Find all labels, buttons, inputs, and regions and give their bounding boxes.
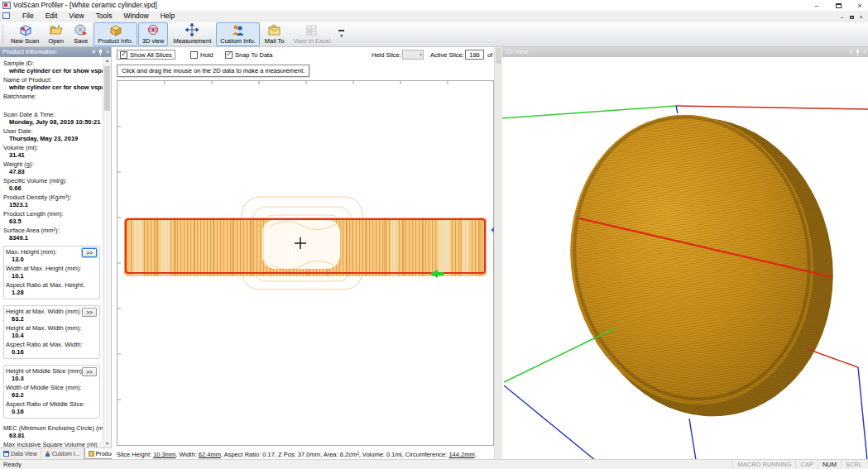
envelope-icon bbox=[266, 23, 282, 37]
panel-title: Product Information bbox=[2, 48, 56, 55]
menu-tools[interactable]: Tools bbox=[90, 11, 118, 22]
expand-button[interactable]: >> bbox=[82, 367, 97, 376]
box-icon bbox=[89, 451, 94, 457]
cube-scan-icon bbox=[17, 23, 33, 37]
panel-close-icon[interactable]: × bbox=[106, 47, 109, 57]
2d-controls: ✓ Show All Slices Hold ✓ Snap To Data He… bbox=[112, 47, 494, 62]
3d-view-button[interactable]: 3D view bbox=[138, 22, 169, 46]
field-mec: MEC (Minimum Enclosing Circle) (mm) :63.… bbox=[3, 424, 102, 440]
indicator-num: NUM bbox=[818, 460, 841, 469]
held-slice-combo[interactable] bbox=[402, 50, 424, 60]
menu-file[interactable]: File bbox=[17, 11, 40, 22]
menu-view[interactable]: View bbox=[63, 11, 89, 22]
field-product-density: Product Density (Kg/m³):1523.1 bbox=[3, 194, 102, 209]
scroll-up-icon[interactable]: ▲ bbox=[103, 57, 111, 65]
window-title: VolScan Profiler - [White ceramic cylind… bbox=[13, 0, 157, 11]
scroll-down-icon[interactable]: ▼ bbox=[103, 440, 111, 447]
left-panel-tabs: Data View Custom I... Product I... bbox=[0, 447, 111, 459]
product-info-button[interactable]: Product Info. bbox=[94, 22, 137, 46]
person-icon bbox=[45, 451, 50, 457]
panel-splitter[interactable] bbox=[494, 47, 502, 459]
slice-band bbox=[124, 197, 487, 290]
expand-button[interactable]: >> bbox=[82, 308, 97, 317]
ceramic-disc bbox=[549, 97, 854, 434]
max-width-group: >> Height at Max. Width (mm):63.2 Height… bbox=[3, 305, 100, 359]
2d-view-panel: ✓ Show All Slices Hold ✓ Snap To Data He… bbox=[112, 47, 494, 459]
scrollbar-thumb[interactable] bbox=[104, 66, 110, 111]
panel-title: 3D View bbox=[505, 48, 528, 55]
table-icon bbox=[3, 451, 9, 457]
people-icon bbox=[230, 23, 246, 37]
checkbox-checked-icon: ✓ bbox=[225, 51, 233, 59]
menu-bar: File Edit View Tools Window Help – × bbox=[0, 11, 868, 22]
save-button[interactable]: Save bbox=[69, 22, 93, 46]
custom-info-button[interactable]: Custom Info. bbox=[216, 22, 260, 46]
volscan-profiler-window: VolScan Profiler - [White ceramic cylind… bbox=[0, 0, 868, 469]
field-max-inclusive-square: Max Inclusive Square Volume (ml) :19.75 bbox=[3, 441, 102, 447]
field-volume: Volume (ml):31.41 bbox=[3, 144, 102, 160]
field-weight: Weight (g):47.83 bbox=[3, 160, 102, 176]
circumference-value[interactable]: 144.2mm bbox=[448, 451, 474, 458]
2d-slices-canvas[interactable] bbox=[117, 81, 493, 445]
indicator-macro-running: MACRO RUNNING bbox=[732, 460, 795, 469]
field-surface-area: Surface Area (mm²):8349.1 bbox=[3, 227, 102, 242]
panel-chevron-down-icon[interactable]: ▾ bbox=[92, 47, 95, 57]
measurement-button[interactable]: Measurement bbox=[169, 22, 215, 46]
product-box-icon bbox=[108, 23, 123, 37]
field-name-of-product: Name of Product:white cylinder cer for s… bbox=[3, 76, 102, 92]
expand-button[interactable]: >> bbox=[82, 248, 97, 257]
3d-panel-header: 3D View ▾ × bbox=[502, 47, 868, 57]
show-all-slices-checkbox[interactable]: ✓ Show All Slices bbox=[117, 50, 175, 60]
view-in-excel-button: X View In Excel bbox=[289, 22, 334, 46]
app-icon bbox=[2, 2, 11, 9]
field-user-date: User Date:Thursday, May 23, 2019 bbox=[3, 127, 102, 143]
slice-width-value[interactable]: 62.4mm bbox=[199, 451, 221, 458]
product-information-panel: Product Information ▾ × Sample ID:white … bbox=[0, 47, 112, 459]
held-slice-label: Held Slice: bbox=[372, 51, 401, 59]
field-scan-date: Scan Date & Time:Monday, July 08, 2019 1… bbox=[3, 111, 102, 127]
svg-text:X: X bbox=[308, 29, 312, 35]
slice-status-line: Slice Height: 10.3mm, Width: 62.4mm, Asp… bbox=[117, 451, 477, 458]
middle-slice-group: >> Height of Middle Slice (mm):10.3 Widt… bbox=[3, 365, 100, 419]
menu-help[interactable]: Help bbox=[155, 11, 180, 22]
indicator-scrl: SCRL bbox=[841, 460, 866, 469]
title-bar: VolScan Profiler - [White ceramic cylind… bbox=[0, 0, 868, 11]
checkbox-unchecked-icon bbox=[190, 51, 198, 59]
open-button[interactable]: Open bbox=[44, 22, 68, 46]
slice-height-value[interactable]: 10.3mm bbox=[153, 451, 175, 458]
field-specific-volume: Specific Volume (ml/g):0.66 bbox=[3, 177, 102, 193]
panel-close-icon[interactable]: × bbox=[863, 47, 866, 57]
product-panel-header: Product Information ▾ × bbox=[0, 47, 111, 57]
tab-custom-info[interactable]: Custom I... bbox=[41, 448, 84, 459]
menu-window[interactable]: Window bbox=[117, 11, 154, 22]
new-scan-button[interactable]: New Scan bbox=[7, 22, 43, 46]
mail-to-button[interactable]: Mail To bbox=[261, 22, 289, 46]
snap-to-data-checkbox[interactable]: ✓ Snap To Data bbox=[223, 50, 275, 60]
document-icon[interactable] bbox=[2, 12, 10, 19]
status-ready: Ready bbox=[3, 460, 22, 469]
main-area: Product Information ▾ × Sample ID:white … bbox=[0, 47, 868, 459]
checkbox-checked-icon: ✓ bbox=[120, 51, 127, 59]
3d-render-canvas[interactable] bbox=[502, 57, 868, 459]
panel-pin-icon[interactable] bbox=[98, 50, 103, 55]
field-batchname: Batchname: bbox=[3, 93, 102, 100]
excel-sheet-icon: X bbox=[304, 23, 319, 37]
field-product-length: Product Length (mm):63.5 bbox=[3, 210, 102, 226]
status-bar: Ready MACRO RUNNING CAP NUM SCRL bbox=[0, 459, 868, 469]
2d-plot-area[interactable] bbox=[117, 80, 494, 446]
measurement-instruction: Click and drag the mouse on the 2D data … bbox=[117, 65, 309, 77]
tab-data-view[interactable]: Data View bbox=[0, 448, 41, 459]
measure-arrows-icon bbox=[185, 23, 200, 37]
product-panel-scrollbar[interactable]: ▲ ▼ bbox=[103, 57, 111, 447]
active-slice-label: Active Slice: bbox=[430, 51, 464, 59]
toolbar-overflow-icon[interactable]: ▾ bbox=[337, 25, 346, 43]
3d-view-panel: 3D View ▾ × bbox=[502, 47, 868, 459]
panel-pin-icon[interactable] bbox=[856, 50, 860, 55]
field-sample-id: Sample ID:white cylinder cer for show vs… bbox=[3, 60, 102, 75]
menu-edit[interactable]: Edit bbox=[40, 11, 64, 22]
main-toolbar: New Scan Open Save Product Info. 3D view… bbox=[0, 22, 868, 47]
active-slice-input[interactable] bbox=[465, 50, 484, 60]
hold-checkbox[interactable]: Hold bbox=[188, 50, 215, 60]
indicator-cap: CAP bbox=[795, 460, 817, 469]
panel-chevron-down-icon[interactable]: ▾ bbox=[849, 47, 852, 57]
